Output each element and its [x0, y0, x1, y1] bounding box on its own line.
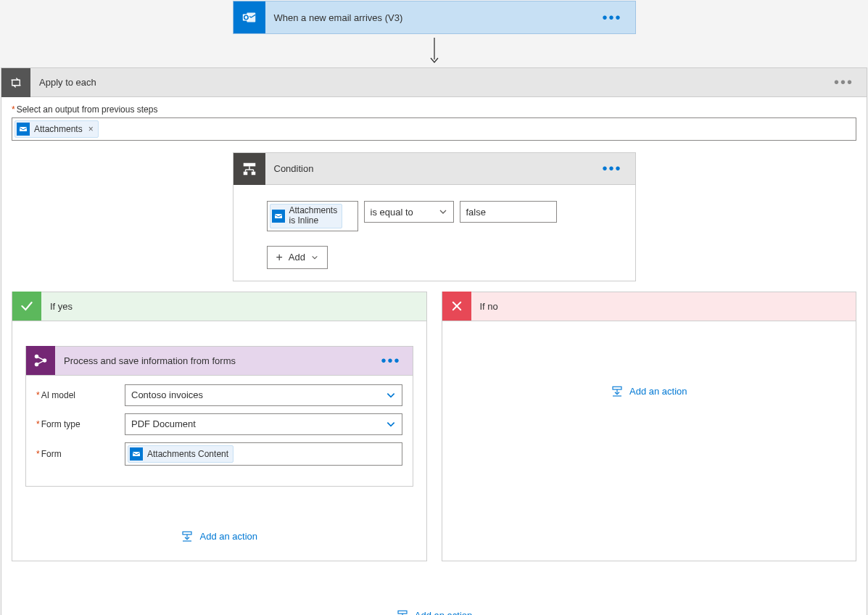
condition-card: Condition ••• Attachments is Inline	[233, 152, 636, 281]
add-action-link-yes[interactable]: Add an action	[25, 530, 413, 543]
form-type-label: *Form type	[36, 419, 125, 429]
svg-rect-5	[243, 162, 255, 166]
aibuilder-more-icon[interactable]: •••	[376, 352, 405, 369]
condition-icon	[233, 153, 265, 185]
if-yes-header[interactable]: If yes	[12, 292, 426, 321]
svg-line-16	[38, 358, 43, 360]
select-output-input[interactable]: Attachments ×	[12, 117, 856, 141]
add-action-link-no[interactable]: Add an action	[455, 385, 843, 398]
condition-header[interactable]: Condition •••	[233, 153, 635, 185]
outlook-icon	[233, 1, 265, 33]
svg-rect-4	[20, 127, 27, 131]
arrow-connector	[1, 34, 867, 67]
apply-to-each-card: Apply to each ••• *Select an output from…	[1, 67, 867, 615]
trigger-more-icon[interactable]: •••	[598, 9, 626, 26]
form-type-select[interactable]: PDF Document	[125, 413, 402, 435]
svg-point-15	[43, 358, 47, 363]
outlook-token-icon	[272, 210, 285, 223]
attachments-content-token[interactable]: Attachments Content	[128, 445, 233, 463]
aibuilder-action-title: Process and save information from forms	[55, 355, 376, 366]
condition-rhs-input[interactable]: false	[460, 201, 557, 223]
if-no-label: If no	[471, 301, 856, 312]
ai-model-select[interactable]: Contoso invoices	[125, 384, 402, 406]
if-no-branch: If no Add an action	[442, 292, 857, 561]
add-action-link-outer[interactable]: Add an action	[12, 609, 856, 615]
apply-to-each-header[interactable]: Apply to each •••	[1, 68, 867, 97]
form-input[interactable]: Attachments Content	[125, 442, 402, 466]
aibuilder-action-header[interactable]: Process and save information from forms …	[26, 347, 413, 376]
outlook-token-icon	[130, 447, 143, 461]
trigger-title: When a new email arrives (V3)	[265, 12, 598, 23]
trigger-card[interactable]: When a new email arrives (V3) •••	[233, 1, 636, 34]
apply-to-each-more-icon[interactable]: •••	[830, 74, 858, 91]
condition-lhs-input[interactable]: Attachments is Inline	[267, 201, 358, 231]
svg-line-17	[38, 361, 43, 364]
chevron-down-icon	[311, 254, 318, 261]
svg-rect-24	[613, 387, 621, 389]
add-action-icon	[181, 530, 194, 543]
outlook-token-icon	[17, 123, 30, 136]
token-label: Attachments	[34, 124, 83, 134]
form-label: *Form	[36, 449, 125, 459]
token-remove-icon[interactable]: ×	[87, 124, 94, 134]
svg-rect-18	[133, 452, 140, 456]
attachments-token[interactable]: Attachments ×	[15, 120, 99, 138]
if-yes-branch: If yes Process and save information from…	[12, 292, 427, 561]
add-action-icon	[611, 385, 624, 398]
chevron-down-icon	[439, 207, 447, 216]
svg-point-13	[35, 355, 39, 359]
svg-rect-10	[243, 171, 247, 175]
condition-operator-select[interactable]: is equal to	[364, 201, 454, 223]
chevron-down-icon	[386, 419, 396, 429]
check-icon	[12, 292, 41, 321]
if-yes-label: If yes	[41, 301, 426, 312]
svg-rect-27	[398, 611, 407, 614]
condition-title: Condition	[265, 163, 598, 174]
svg-rect-12	[275, 214, 282, 218]
condition-add-button[interactable]: + Add	[267, 246, 328, 269]
select-output-label: *Select an output from previous steps	[12, 104, 856, 115]
svg-rect-19	[183, 532, 191, 534]
svg-rect-11	[251, 171, 255, 175]
apply-to-each-title: Apply to each	[30, 77, 830, 88]
if-no-header[interactable]: If no	[442, 292, 856, 321]
condition-more-icon[interactable]: •••	[598, 160, 626, 177]
ai-model-label: *AI model	[36, 390, 125, 400]
plus-icon: +	[276, 251, 283, 264]
loop-icon	[1, 68, 30, 97]
svg-point-14	[35, 363, 39, 367]
attachments-isinline-token[interactable]: Attachments is Inline	[270, 204, 343, 228]
chevron-down-icon	[386, 390, 396, 400]
aibuilder-icon	[26, 346, 55, 375]
aibuilder-action-card: Process and save information from forms …	[25, 346, 413, 487]
add-action-icon	[396, 609, 409, 615]
close-icon	[442, 292, 471, 321]
